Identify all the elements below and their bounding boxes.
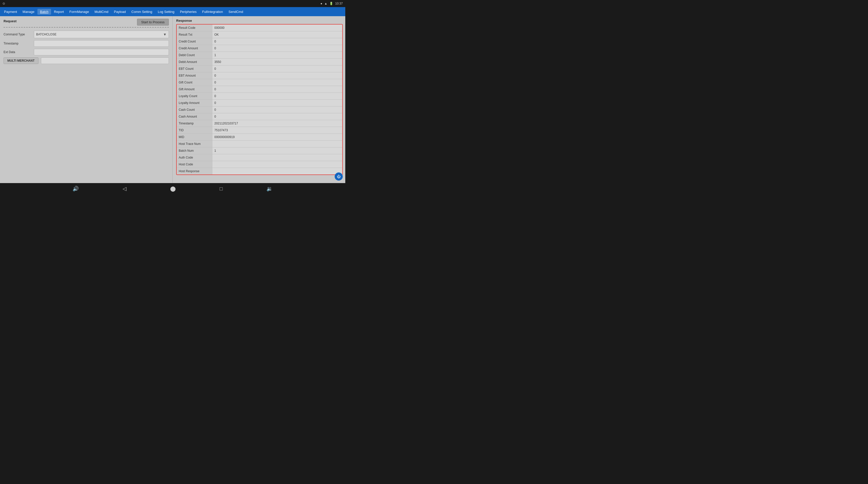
response-label: Auth Code	[177, 154, 212, 161]
bottom-nav: 🔊 ◁ ⬤ □ 🔉	[0, 183, 345, 194]
response-label: MID	[177, 134, 212, 140]
response-value: 0	[212, 100, 342, 106]
floating-action-button[interactable]: ⏻	[335, 173, 343, 181]
response-value: 75107473	[212, 127, 342, 133]
sound-icon[interactable]: 🔉	[267, 186, 273, 192]
response-value: OK	[212, 31, 342, 38]
request-panel: Request Start to Process Command Type BA…	[0, 16, 173, 183]
response-label: Result Txt	[177, 31, 212, 38]
multi-merchant-input[interactable]	[41, 57, 169, 64]
response-label: EBT Count	[177, 65, 212, 72]
menu-item-manage[interactable]: Manage	[20, 9, 37, 15]
response-value: 0	[212, 113, 342, 120]
response-row: Loyalty Amount0	[177, 100, 342, 107]
battery-icon: 🔋	[329, 2, 333, 5]
menu-item-comm-setting[interactable]: Comm Setting	[129, 9, 155, 15]
menu-item-payload[interactable]: Payload	[112, 9, 128, 15]
response-label: Credit Count	[177, 38, 212, 45]
response-row: TID75107473	[177, 127, 342, 134]
dropdown-arrow-icon: ▼	[163, 32, 166, 36]
response-row: Timestamp20211202103717	[177, 120, 342, 127]
response-row: Batch Num1	[177, 147, 342, 154]
response-row: Gift Amount0	[177, 86, 342, 93]
command-type-dropdown[interactable]: BATCHCLOSE ▼	[34, 31, 169, 38]
response-value: 1	[212, 52, 342, 58]
volume-icon[interactable]: 🔊	[72, 186, 79, 192]
response-row: Credit Count0	[177, 38, 342, 45]
response-value: 000000000919	[212, 134, 342, 140]
power-icon: ⏻	[337, 175, 340, 179]
response-value: 0	[212, 38, 342, 45]
response-value: 3550	[212, 59, 342, 65]
response-panel: Response Result Code000000Result TxtOKCr…	[173, 16, 345, 183]
signal-icon: ▲	[324, 2, 327, 5]
multi-merchant-row: MULTI MERCHANT	[4, 57, 169, 64]
menu-bar: PaymentManageBatchReportFormManageMultiC…	[0, 7, 345, 16]
timestamp-input[interactable]	[34, 40, 169, 47]
response-value	[212, 161, 342, 168]
status-bar: ⊙ ● ▲ 🔋 10:37	[0, 0, 345, 7]
ext-data-row: Ext Data	[4, 49, 169, 55]
response-label: Batch Num	[177, 147, 212, 154]
response-row: Cash Amount0	[177, 113, 342, 120]
response-box: Result Code000000Result TxtOKCredit Coun…	[176, 24, 343, 175]
response-value: 0	[212, 65, 342, 72]
response-value: 0	[212, 86, 342, 93]
response-row: MID000000000919	[177, 134, 342, 141]
response-label: Gift Amount	[177, 86, 212, 93]
menu-item-log-setting[interactable]: Log Setting	[155, 9, 177, 15]
command-type-label: Command Type	[4, 33, 31, 36]
menu-item-peripheries[interactable]: Peripheries	[178, 9, 199, 15]
response-value: 20211202103717	[212, 120, 342, 127]
response-label: Credit Amount	[177, 45, 212, 52]
response-label: Gift Count	[177, 79, 212, 86]
response-label: Debit Amount	[177, 59, 212, 65]
start-process-button[interactable]: Start to Process	[137, 19, 169, 26]
response-row: Host Code	[177, 161, 342, 168]
multi-merchant-button[interactable]: MULTI MERCHANT	[4, 57, 38, 64]
response-row: Loyalty Count0	[177, 93, 342, 100]
response-row: Host Trace Num	[177, 141, 342, 147]
ext-data-input[interactable]	[34, 49, 169, 55]
response-row: Gift Count0	[177, 79, 342, 86]
response-label: Debit Count	[177, 52, 212, 58]
response-row: Result TxtOK	[177, 31, 342, 38]
response-row: Result Code000000	[177, 25, 342, 31]
menu-item-report[interactable]: Report	[52, 9, 66, 15]
response-value: 000000	[212, 25, 342, 31]
menu-item-fullintegration[interactable]: FullIntegration	[200, 9, 225, 15]
response-value: 0	[212, 107, 342, 113]
menu-item-multicmd[interactable]: MultiCmd	[92, 9, 111, 15]
recents-icon[interactable]: □	[220, 186, 223, 192]
menu-item-batch[interactable]: Batch	[37, 9, 51, 15]
response-value	[212, 154, 342, 161]
main-content: Request Start to Process Command Type BA…	[0, 16, 345, 183]
command-type-value: BATCHCLOSE	[36, 33, 56, 36]
divider	[4, 27, 169, 28]
response-label: EBT Amount	[177, 72, 212, 79]
menu-item-formmanage[interactable]: FormManage	[67, 9, 92, 15]
response-label: Host Response	[177, 168, 212, 175]
menu-item-payment[interactable]: Payment	[2, 9, 20, 15]
response-value	[212, 141, 342, 147]
response-value: 0	[212, 45, 342, 52]
response-label: Host Code	[177, 161, 212, 168]
back-icon[interactable]: ◁	[123, 186, 126, 192]
response-label: TID	[177, 127, 212, 133]
response-value: 0	[212, 93, 342, 99]
menu-item-sendcmd[interactable]: SendCmd	[226, 9, 246, 15]
wifi-icon: ●	[320, 2, 322, 5]
home-icon[interactable]: ⬤	[170, 186, 176, 192]
response-label: Result Code	[177, 25, 212, 31]
request-title: Request	[4, 19, 17, 23]
response-label: Timestamp	[177, 120, 212, 127]
response-row: Host Response	[177, 168, 342, 175]
response-row: Credit Amount0	[177, 45, 342, 52]
response-row: EBT Count0	[177, 65, 342, 72]
response-row: Debit Count1	[177, 52, 342, 59]
timestamp-row: Timestamp	[4, 40, 169, 47]
response-title: Response	[176, 19, 192, 23]
response-label: Loyalty Amount	[177, 100, 212, 106]
response-label: Host Trace Num	[177, 141, 212, 147]
timestamp-label: Timestamp	[4, 42, 31, 45]
